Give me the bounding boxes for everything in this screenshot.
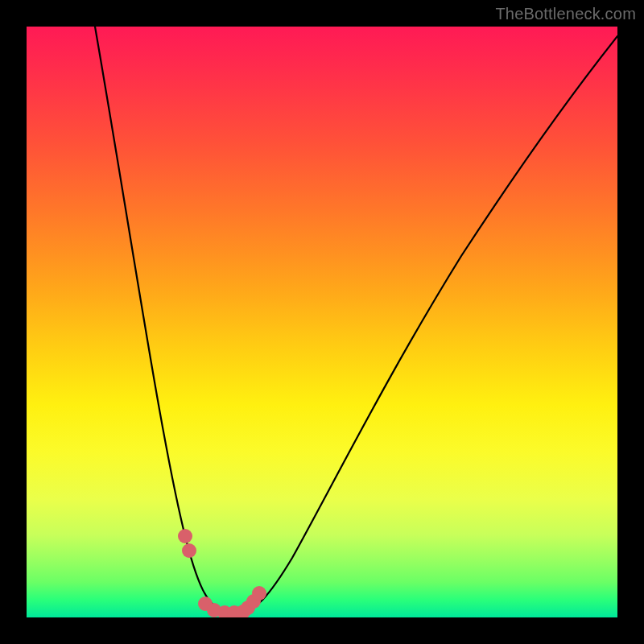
dot-group — [178, 529, 266, 617]
curve-layer — [27, 27, 617, 617]
data-point — [182, 543, 196, 558]
bottleneck-curve — [95, 27, 617, 613]
data-point — [252, 586, 266, 601]
watermark-text: TheBottleneck.com — [495, 5, 636, 23]
chart-frame: TheBottleneck.com — [0, 0, 644, 644]
data-point — [178, 529, 192, 543]
plot-area — [27, 27, 617, 617]
